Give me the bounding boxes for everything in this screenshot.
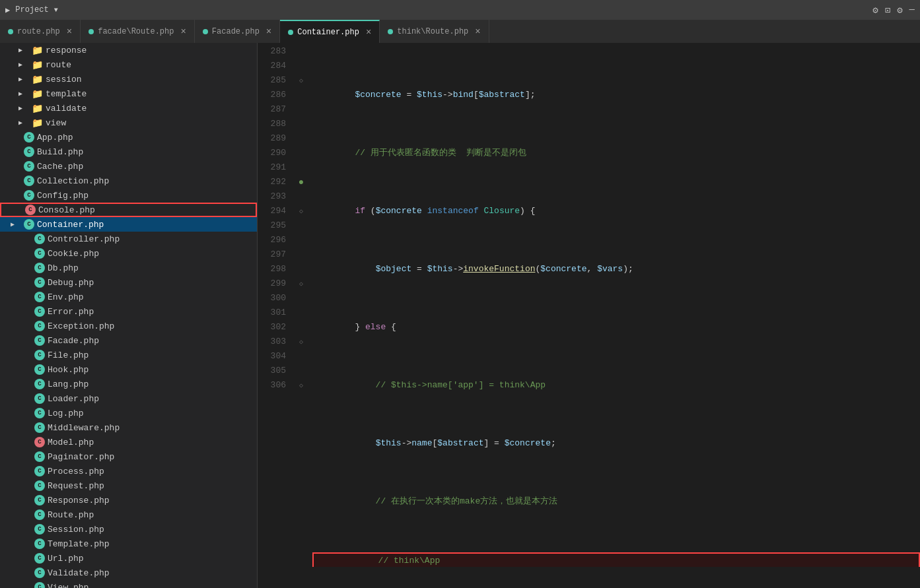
sidebar-item-label: validate	[46, 104, 257, 114]
gutter-row	[294, 146, 308, 160]
line-num: 288	[258, 117, 286, 131]
sidebar-item-view[interactable]: ▶ 📁 view	[0, 115, 257, 130]
gutter-row	[294, 349, 308, 364]
code-lines[interactable]: $concrete = $this->bind[$abstract]; // 用…	[308, 43, 920, 588]
sidebar-item-response-file[interactable]: C Response.php	[0, 493, 257, 507]
arrow-icon: ▶	[18, 75, 29, 83]
sidebar-item-cookie[interactable]: C Cookie.php	[0, 246, 257, 261]
settings-icon[interactable]: ⚙	[872, 5, 878, 16]
sidebar-item-app[interactable]: C App.php	[0, 130, 257, 145]
sidebar-item-label: Error.php	[48, 307, 257, 317]
sidebar-item-label: Env.php	[48, 292, 257, 302]
sidebar-item-loader[interactable]: C Loader.php	[0, 391, 257, 406]
line-num: 287	[258, 102, 286, 117]
sidebar-item-build[interactable]: C Build.php	[0, 145, 257, 159]
sidebar-item-validate[interactable]: ▶ 📁 validate	[0, 101, 257, 115]
sidebar-item-model[interactable]: C Model.php	[0, 435, 257, 449]
sidebar-item-process[interactable]: C Process.php	[0, 464, 257, 478]
sidebar-item-label: Debug.php	[48, 278, 257, 288]
file-icon: C	[34, 451, 45, 462]
sidebar-item-db[interactable]: C Db.php	[0, 261, 257, 275]
sidebar-item-response[interactable]: ▶ 📁 response	[0, 43, 257, 57]
tab-facade-route[interactable]: facade\Route.php ×	[81, 20, 195, 43]
tab-facade-route-close[interactable]: ×	[180, 26, 186, 37]
dropdown-icon[interactable]: ▼	[54, 7, 58, 14]
editor[interactable]: 283 284 285 286 287 288 289 290 291 292 …	[258, 43, 920, 588]
sidebar-item-label: Config.php	[37, 191, 257, 201]
sidebar-item-label: Collection.php	[37, 176, 257, 186]
tab-container[interactable]: Container.php ×	[280, 20, 380, 43]
sidebar-item-route[interactable]: ▶ 📁 route	[0, 57, 257, 72]
file-icon: C	[34, 509, 45, 520]
sidebar-item-container[interactable]: ▶ C Container.php	[0, 217, 257, 232]
gutter-row	[294, 102, 308, 117]
sidebar-item-template[interactable]: ▶ 📁 template	[0, 86, 257, 101]
file-icon: C	[25, 205, 36, 215]
file-icon: C	[34, 277, 45, 288]
sidebar-item-hook[interactable]: C Hook.php	[0, 362, 257, 377]
gutter-row	[294, 218, 308, 233]
tab-route-label: route.php	[17, 27, 60, 36]
file-icon: C	[34, 568, 45, 578]
sidebar-item-controller[interactable]: C Controller.php	[0, 232, 257, 246]
sidebar-item-console[interactable]: C Console.php	[0, 203, 257, 217]
file-icon: C	[34, 524, 45, 535]
breakpoint-icon: ◇	[299, 381, 303, 389]
line-num: 306	[258, 378, 286, 393]
sidebar-item-session[interactable]: ▶ 📁 session	[0, 72, 257, 86]
tab-facade[interactable]: Facade.php ×	[195, 20, 280, 43]
project-icon: ▶	[5, 5, 10, 15]
sidebar-item-request[interactable]: C Request.php	[0, 478, 257, 493]
tab-route-close[interactable]: ×	[67, 26, 72, 37]
tab-container-label: Container.php	[297, 28, 359, 37]
sidebar-item-cache[interactable]: C Cache.php	[0, 159, 257, 174]
file-icon: C	[34, 234, 45, 244]
sidebar-item-exception[interactable]: C Exception.php	[0, 319, 257, 333]
gutter-row	[294, 247, 308, 262]
line-num: 286	[258, 88, 286, 102]
sidebar-item-route-file[interactable]: C Route.php	[0, 507, 257, 522]
tab-think-route[interactable]: think\Route.php ×	[380, 20, 489, 43]
sidebar-item-label: Console.php	[38, 205, 256, 215]
sidebar-item-session-file[interactable]: C Session.php	[0, 522, 257, 537]
minimize-icon[interactable]: ─	[909, 5, 915, 16]
sidebar-item-debug[interactable]: C Debug.php	[0, 275, 257, 290]
tab-think-route-close[interactable]: ×	[475, 26, 480, 37]
gutter-row	[294, 291, 308, 306]
code-line-288: // $this->name['app'] = think\App	[314, 378, 920, 393]
sidebar-item-env[interactable]: C Env.php	[0, 290, 257, 304]
sidebar-item-label: Cache.php	[37, 162, 257, 172]
sidebar-item-config[interactable]: C Config.php	[0, 188, 257, 203]
file-icon: C	[34, 248, 45, 259]
sidebar-item-log[interactable]: C Log.php	[0, 406, 257, 420]
sidebar-item-middleware[interactable]: C Middleware.php	[0, 420, 257, 435]
sidebar-item-paginator[interactable]: C Paginator.php	[0, 449, 257, 464]
tab-container-close[interactable]: ×	[366, 27, 371, 38]
arrow-icon: ▶	[18, 119, 29, 127]
tab-facade-close[interactable]: ×	[266, 26, 271, 37]
sidebar-item-facade[interactable]: C Facade.php	[0, 333, 257, 348]
arrow-icon: ▶	[18, 104, 29, 112]
layout-icon[interactable]: ⊡	[885, 5, 890, 16]
sidebar-item-template-file[interactable]: C Template.php	[0, 537, 257, 551]
file-icon: C	[34, 292, 45, 302]
sidebar-item-url[interactable]: C Url.php	[0, 551, 257, 566]
sidebar-item-validate-file[interactable]: C Validate.php	[0, 566, 257, 580]
file-icon: C	[34, 350, 45, 360]
sidebar-item-lang[interactable]: C Lang.php	[0, 377, 257, 391]
file-icon: C	[24, 176, 34, 186]
sidebar-item-collection[interactable]: C Collection.php	[0, 174, 257, 188]
sidebar-item-view-file[interactable]: C View.php	[0, 580, 257, 588]
sidebar[interactable]: ▶ 📁 response ▶ 📁 route ▶ 📁 session ▶ 📁 t…	[0, 43, 258, 588]
arrow-icon: ▶	[18, 61, 29, 69]
sidebar-item-error[interactable]: C Error.php	[0, 304, 257, 319]
tab-bar: route.php × facade\Route.php × Facade.ph…	[0, 20, 920, 43]
file-icon: C	[34, 379, 45, 389]
file-icon: C	[34, 422, 45, 433]
gutter-row	[294, 306, 308, 320]
tab-route[interactable]: route.php ×	[0, 20, 81, 43]
sidebar-item-file[interactable]: C File.php	[0, 348, 257, 362]
sidebar-item-label: Exception.php	[48, 321, 257, 331]
title-bar-icons: ⚙ ⊡ ⚙ ─	[872, 5, 915, 16]
config-icon[interactable]: ⚙	[897, 5, 902, 16]
